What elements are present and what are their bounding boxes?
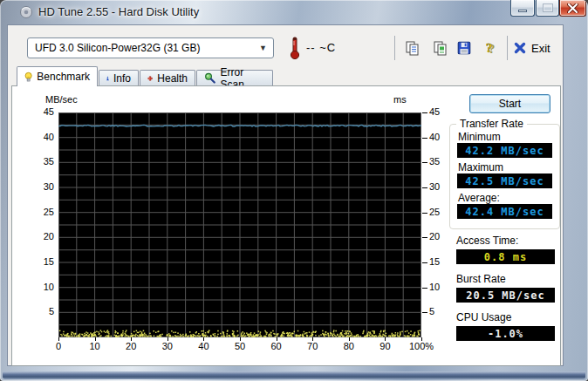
close-button[interactable] — [559, 0, 586, 17]
chevron-down-icon: ▼ — [259, 44, 267, 52]
tab-label: Info — [113, 72, 131, 85]
right-axis-unit-label: ms — [393, 94, 407, 105]
y-axis-tick-label-left: 45 — [35, 106, 54, 117]
toolbar-separator — [394, 36, 395, 60]
cpu-usage-label: CPU Usage — [456, 311, 511, 323]
tab-benchmark[interactable]: Benchmark — [17, 66, 98, 86]
drive-select[interactable]: UFD 3.0 Silicon-Power32G (31 GB) ▼ — [27, 37, 274, 58]
y-axis-tick-label-left: 20 — [35, 231, 54, 242]
burst-rate-label: Burst Rate — [456, 273, 506, 285]
x-axis-tick-label: 10 — [80, 341, 110, 351]
y-axis-tick-mark — [422, 262, 427, 263]
copy-image-icon — [432, 40, 448, 57]
titlebar[interactable]: HD Tune 2.55 - Hard Disk Utility — [0, 0, 588, 24]
exit-x-icon — [514, 42, 526, 54]
average-label: Average: — [458, 192, 500, 204]
y-axis-tick-mark — [422, 162, 427, 163]
minimize-icon — [518, 10, 527, 12]
y-axis-tick-label-left: 15 — [35, 256, 54, 267]
tab-label: Health — [157, 72, 188, 85]
help-icon: ? ? — [482, 40, 499, 57]
x-axis-tick-label: 50 — [225, 341, 255, 351]
tab-health[interactable]: Health — [140, 70, 195, 85]
x-axis-tick-label: 70 — [297, 341, 327, 351]
transfer-rate-group: Transfer Rate Minimum 42.2 MB/sec Maximu… — [449, 124, 560, 229]
y-axis-tick-label-left: 5 — [35, 306, 54, 316]
frame-bottom-accent — [3, 371, 585, 379]
y-axis-tick-label-left: 10 — [35, 282, 54, 292]
tab-error-scan[interactable]: Error Scan — [196, 70, 273, 85]
temperature-display: -- ~C — [306, 41, 336, 54]
y-axis-tick-mark — [422, 213, 427, 214]
y-axis-tick-label-right: 15 — [429, 256, 440, 267]
tab-info[interactable]: Info — [99, 70, 139, 85]
y-axis-tick-mark — [422, 237, 427, 238]
y-axis-tick-label-left: 35 — [35, 156, 54, 167]
close-icon — [567, 3, 578, 13]
maximum-value-lcd: 42.5 MB/sec — [457, 173, 552, 188]
maximize-button[interactable] — [536, 0, 559, 17]
magnifier-icon — [204, 71, 215, 85]
svg-text:?: ? — [486, 41, 493, 55]
y-axis-tick-mark — [422, 187, 427, 188]
copy-text-button[interactable] — [400, 37, 423, 59]
minimize-button[interactable] — [510, 0, 535, 17]
burst-rate-value-lcd: 20.5 MB/sec — [456, 288, 555, 303]
y-axis-tick-label-right: 20 — [429, 231, 440, 242]
info-icon — [106, 72, 109, 85]
x-axis-tick-label: 40 — [188, 341, 218, 351]
minimum-label: Minimum — [458, 131, 501, 143]
maximum-label: Maximum — [458, 161, 503, 173]
benchmark-panel: MB/sec ms Start Transfer Rate Minimum 42… — [11, 85, 561, 366]
exit-label: Exit — [531, 42, 550, 55]
access-time-value-lcd: 0.8 ms — [456, 249, 555, 264]
thermometer-icon — [290, 37, 300, 60]
lightbulb-icon — [24, 71, 32, 84]
x-axis-tick-label: 100% — [407, 341, 436, 351]
dialog: UFD 3.0 Silicon-Power32G (31 GB) ▼ -- ~C — [7, 24, 564, 366]
y-axis-tick-label-left: 25 — [35, 207, 54, 217]
save-screenshot-button[interactable] — [453, 37, 475, 59]
average-value-lcd: 42.4 MB/sec — [457, 204, 552, 219]
y-axis-tick-label-right: 25 — [429, 207, 440, 217]
health-cross-icon — [147, 72, 153, 85]
y-axis-tick-label-right: 35 — [429, 156, 440, 167]
benchmark-chart — [58, 112, 421, 337]
hdtune-window: HD Tune 2.55 - Hard Disk Utility UFD 3.0… — [0, 0, 588, 381]
y-axis-tick-label-right: 5 — [429, 306, 434, 316]
minimum-value-lcd: 42.2 MB/sec — [457, 143, 552, 158]
drive-select-value: UFD 3.0 Silicon-Power32G (31 GB) — [35, 42, 200, 54]
y-axis-tick-label-right: 45 — [429, 106, 440, 117]
save-icon — [456, 40, 472, 56]
y-axis-tick-label-left: 40 — [35, 132, 54, 142]
copy-icon — [404, 40, 420, 57]
maximize-icon — [544, 4, 552, 11]
x-axis-tick-label: 30 — [153, 341, 182, 351]
y-axis-tick-label-left: 30 — [35, 181, 54, 192]
help-button[interactable]: ? ? — [479, 37, 502, 59]
window-title: HD Tune 2.55 - Hard Disk Utility — [38, 5, 199, 18]
y-axis-tick-mark — [422, 312, 427, 313]
access-time-label: Access Time: — [456, 235, 518, 247]
y-axis-tick-label-right: 40 — [429, 132, 440, 142]
copy-image-button[interactable] — [428, 37, 451, 59]
y-axis-tick-mark — [422, 112, 427, 113]
left-axis-unit-label: MB/sec — [45, 94, 78, 105]
tab-label: Benchmark — [37, 71, 90, 83]
exit-button[interactable]: Exit — [514, 37, 564, 59]
transfer-rate-group-title: Transfer Rate — [456, 118, 527, 130]
x-axis-tick-label: 20 — [116, 341, 146, 351]
x-axis-tick-label: 90 — [370, 341, 400, 351]
y-axis-tick-label-right: 30 — [429, 181, 440, 192]
y-axis-tick-mark — [422, 288, 427, 289]
x-axis-tick-label: 80 — [334, 341, 364, 351]
cpu-usage-value-lcd: -1.0% — [456, 326, 555, 341]
app-icon — [19, 5, 33, 19]
y-axis-tick-mark — [422, 138, 427, 139]
toolbar-separator — [507, 36, 508, 60]
start-button[interactable]: Start — [469, 94, 550, 113]
x-axis-tick-label: 0 — [44, 341, 73, 351]
x-axis-tick-label: 60 — [262, 341, 291, 351]
y-axis-tick-label-right: 10 — [429, 282, 440, 292]
